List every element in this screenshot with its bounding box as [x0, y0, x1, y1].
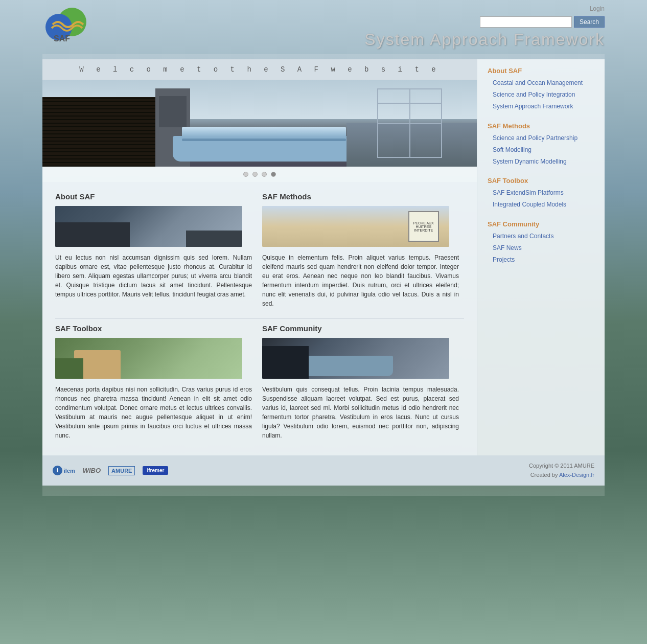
about-saf-title: About SAF [55, 192, 252, 201]
saf-toolbox-section: SAF Toolbox Maecenas porta dapibus nisi … [53, 319, 260, 450]
slide-dot-2[interactable] [252, 172, 258, 177]
sidebar-item-system-dynamic[interactable]: System Dynamic Modelling [488, 156, 597, 168]
footer-logos: i ilem WiBO AMURE ifremer [53, 466, 168, 475]
login-link[interactable]: Login [590, 5, 605, 12]
sidebar-item-system-approach[interactable]: System Approach Framework [488, 101, 597, 112]
wibo-text: WiBO [83, 467, 101, 474]
sidebar-item-science-policy[interactable]: Science and Policy Integration [488, 89, 597, 101]
content-panel: W e l c o m e t o t h e S A F w e b s i … [42, 59, 477, 455]
created-by-label: Created by [530, 472, 558, 478]
sidebar-section-about: About SAF Coastal and Ocean Management S… [488, 67, 597, 113]
sidebar-item-coastal[interactable]: Coastal and Ocean Management [488, 77, 597, 89]
sidebar-section-community: SAF Community Partners and Contacts SAF … [488, 220, 597, 266]
sidebar-title-toolbox[interactable]: SAF Toolbox [488, 177, 597, 185]
sidebar-item-soft-modelling[interactable]: Soft Modelling [488, 144, 597, 156]
svg-text:SAF: SAF [54, 34, 70, 43]
header-right: Login Search [88, 5, 605, 28]
sidebar-item-partners[interactable]: Partners and Contacts [488, 231, 597, 242]
footer: i ilem WiBO AMURE ifremer Copyright © 20… [42, 455, 605, 486]
footer-copyright: Copyright © 2011 AMURE Created by Alex-D… [529, 462, 594, 479]
ilem-label: ilem [64, 468, 75, 474]
sidebar-title-community[interactable]: SAF Community [488, 220, 597, 228]
search-button[interactable]: Search [574, 16, 605, 28]
inner-content: W e l c o m e t o t h e S A F w e b s i … [42, 59, 605, 455]
footer-logo-amure: AMURE [108, 466, 135, 475]
slide-dot-4[interactable] [271, 172, 276, 177]
created-by-link[interactable]: Alex-Design.fr [559, 472, 594, 478]
saf-methods-title: SAF Methods [262, 192, 459, 201]
copyright-text: Copyright © 2011 AMURE [529, 462, 594, 471]
footer-logo-ifremer: ifremer [143, 466, 168, 475]
about-saf-text: Ut eu lectus non nisl accumsan dignissim… [55, 253, 252, 299]
sidebar-section-methods: SAF Methods Science and Policy Partnersh… [488, 122, 597, 168]
scaffold [377, 88, 443, 158]
amure-text: AMURE [111, 468, 132, 474]
boat-hull [173, 136, 355, 162]
sidebar-title-about[interactable]: About SAF [488, 67, 597, 75]
outer-wrapper: W e l c o m e t o t h e S A F w e b s i … [42, 54, 605, 496]
search-input[interactable] [480, 16, 572, 28]
hero-scene [42, 80, 477, 167]
sections-grid: About SAF Ut eu lectus non nisl accumsan… [42, 182, 477, 455]
sidebar-item-news[interactable]: SAF News [488, 242, 597, 254]
footer-logo-ilem: i ilem [53, 466, 75, 475]
saf-community-text: Vestibulum quis consequat tellus. Proin … [262, 385, 459, 440]
saf-community-section: SAF Community Vestibulum quis consequat … [260, 319, 467, 450]
ilem-icon: i [53, 466, 62, 475]
saf-logo-icon[interactable]: SAF [42, 7, 88, 48]
welcome-bar: W e l c o m e t o t h e S A F w e b s i … [42, 59, 477, 80]
saf-toolbox-title: SAF Toolbox [55, 324, 252, 333]
slide-dot-3[interactable] [262, 172, 267, 177]
saf-toolbox-image [55, 338, 242, 379]
slide-indicators [42, 167, 477, 182]
top-header: SAF Login Search System Approach Framewo… [42, 0, 605, 54]
saf-methods-text: Quisque in elementum felis. Proin alique… [262, 253, 459, 308]
hero-image [42, 80, 477, 167]
saf-methods-image: PECHE AUXHUITRESINTERDITE [262, 206, 449, 247]
footer-logo-wibo: WiBO [83, 467, 101, 474]
sidebar-item-extendsim[interactable]: SAF ExtendSim Platforms [488, 187, 597, 199]
sidebar-section-toolbox: SAF Toolbox SAF ExtendSim Platforms Inte… [488, 177, 597, 211]
created-by-line: Created by Alex-Design.fr [529, 471, 594, 480]
slide-dot-1[interactable] [243, 172, 248, 177]
page-wrapper: SAF Login Search System Approach Framewo… [42, 0, 605, 496]
sidebar-item-projects[interactable]: Projects [488, 254, 597, 266]
saf-community-image [262, 338, 449, 379]
about-saf-image [55, 206, 242, 247]
site-title: System Approach Framework [88, 30, 605, 49]
sidebar-item-integrated-models[interactable]: Integrated Coupled Models [488, 199, 597, 211]
saf-toolbox-text: Maecenas porta dapibus nisi non sollicit… [55, 385, 252, 440]
saf-methods-section: SAF Methods PECHE AUXHUITRESINTERDITE Qu… [260, 187, 467, 318]
building-1 [42, 97, 164, 167]
search-bar: Search [480, 16, 605, 28]
about-saf-section: About SAF Ut eu lectus non nisl accumsan… [53, 187, 260, 318]
logo-area: SAF [42, 7, 88, 48]
sidebar: About SAF Coastal and Ocean Management S… [477, 59, 605, 455]
sidebar-item-science-policy-partnership[interactable]: Science and Policy Partnership [488, 132, 597, 144]
sidebar-title-methods[interactable]: SAF Methods [488, 122, 597, 130]
ifremer-text: ifremer [147, 468, 164, 473]
saf-community-title: SAF Community [262, 324, 459, 333]
